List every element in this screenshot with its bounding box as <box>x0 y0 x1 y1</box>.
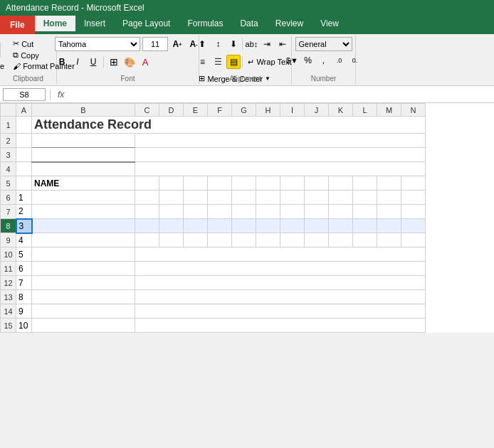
align-middle-button[interactable]: ↕ <box>211 37 225 51</box>
cell-e6[interactable] <box>184 191 208 205</box>
col-header-b[interactable]: B <box>32 104 135 117</box>
cell-k9[interactable] <box>329 233 353 247</box>
cell-c2[interactable] <box>135 134 426 148</box>
cell-a9[interactable]: 4 <box>16 233 32 247</box>
font-color-button[interactable]: A <box>138 55 152 69</box>
cell-l6[interactable] <box>353 191 377 205</box>
cell-n8[interactable] <box>401 219 426 233</box>
col-header-k[interactable]: K <box>329 104 353 117</box>
cell-d8[interactable] <box>159 219 184 233</box>
row-header-3[interactable]: 3 <box>1 148 16 162</box>
col-header-m[interactable]: M <box>377 104 401 117</box>
cell-h7[interactable] <box>256 205 280 219</box>
cell-h8[interactable] <box>256 219 280 233</box>
cell-k6[interactable] <box>329 191 353 205</box>
cell-l9[interactable] <box>353 233 377 247</box>
col-header-f[interactable]: F <box>208 104 232 117</box>
cell-n5[interactable] <box>401 176 426 191</box>
row-header-2[interactable]: 2 <box>1 134 16 148</box>
cell-a6[interactable]: 1 <box>16 191 32 205</box>
col-header-i[interactable]: I <box>280 104 305 117</box>
cell-g8[interactable] <box>232 219 256 233</box>
cell-g5[interactable] <box>232 176 256 191</box>
cell-b4[interactable] <box>32 162 135 176</box>
align-right-button[interactable]: ▤ <box>226 55 241 69</box>
cell-e7[interactable] <box>184 205 208 219</box>
cell-a1[interactable] <box>16 117 32 134</box>
cell-a11[interactable]: 6 <box>16 262 32 276</box>
cell-a5[interactable] <box>16 176 32 191</box>
col-header-c[interactable]: C <box>135 104 159 117</box>
cell-i6[interactable] <box>280 191 305 205</box>
cell-j8[interactable] <box>305 219 329 233</box>
row-header-9[interactable]: 9 <box>1 233 16 247</box>
cell-d6[interactable] <box>159 191 184 205</box>
cell-f9[interactable] <box>208 233 232 247</box>
percent-button[interactable]: % <box>301 53 315 68</box>
tab-home[interactable]: Home <box>35 16 75 31</box>
fill-color-button[interactable]: 🎨 <box>122 55 137 69</box>
row-header-14[interactable]: 14 <box>1 304 16 319</box>
cell-a4[interactable] <box>16 162 32 176</box>
cell-a15[interactable]: 10 <box>16 319 32 333</box>
cell-c4[interactable] <box>135 162 426 176</box>
cell-h6[interactable] <box>256 191 280 205</box>
cell-b14[interactable] <box>32 304 135 319</box>
cell-m5[interactable] <box>377 176 401 191</box>
font-size-input[interactable] <box>142 37 168 51</box>
cell-n7[interactable] <box>401 205 426 219</box>
cell-e8[interactable] <box>184 219 208 233</box>
cell-a12[interactable]: 7 <box>16 276 32 290</box>
cell-g9[interactable] <box>232 233 256 247</box>
cell-c15[interactable] <box>135 319 426 333</box>
cell-b13[interactable] <box>32 290 135 304</box>
cell-b7[interactable] <box>32 205 135 219</box>
cell-a14[interactable]: 9 <box>16 304 32 319</box>
row-header-11[interactable]: 11 <box>1 262 16 276</box>
tab-review[interactable]: Review <box>267 16 312 31</box>
cell-n9[interactable] <box>401 233 426 247</box>
cell-a7[interactable]: 2 <box>16 205 32 219</box>
cell-m7[interactable] <box>377 205 401 219</box>
cell-l5[interactable] <box>353 176 377 191</box>
comma-button[interactable]: , <box>317 53 331 68</box>
cell-i8[interactable] <box>280 219 305 233</box>
cell-e9[interactable] <box>184 233 208 247</box>
cell-b8[interactable] <box>32 219 135 233</box>
col-header-d[interactable]: D <box>159 104 184 117</box>
paste-button[interactable]: Paste <box>0 37 9 73</box>
tab-page-layout[interactable]: Page Layout <box>114 16 179 31</box>
row-header-6[interactable]: 6 <box>1 191 16 205</box>
cell-a2[interactable] <box>16 134 32 148</box>
cell-l8[interactable] <box>353 219 377 233</box>
col-header-e[interactable]: E <box>184 104 208 117</box>
col-header-l[interactable]: L <box>353 104 377 117</box>
cell-b9[interactable] <box>32 233 135 247</box>
cell-k8[interactable] <box>329 219 353 233</box>
cell-j6[interactable] <box>305 191 329 205</box>
number-format-select[interactable]: General <box>295 37 352 51</box>
cell-m9[interactable] <box>377 233 401 247</box>
cell-i7[interactable] <box>280 205 305 219</box>
cell-k5[interactable] <box>329 176 353 191</box>
decimal-decrease-button[interactable]: 0. <box>348 53 362 68</box>
align-center-button[interactable]: ☰ <box>211 55 225 69</box>
cell-b3[interactable] <box>32 148 135 162</box>
cell-l7[interactable] <box>353 205 377 219</box>
text-direction-button[interactable]: ab↕ <box>244 37 258 51</box>
row-header-4[interactable]: 4 <box>1 162 16 176</box>
cell-c3[interactable] <box>135 148 426 162</box>
align-left-button[interactable]: ≡ <box>195 55 209 69</box>
row-header-1[interactable]: 1 <box>1 117 16 134</box>
tab-data[interactable]: Data <box>231 16 266 31</box>
cell-i5[interactable] <box>280 176 305 191</box>
tab-view[interactable]: View <box>312 16 347 31</box>
tab-insert[interactable]: Insert <box>75 16 114 31</box>
cell-b1-title[interactable]: Attendance Record <box>32 117 426 134</box>
cell-b5[interactable]: NAME <box>32 176 135 191</box>
row-header-13[interactable]: 13 <box>1 290 16 304</box>
cell-f7[interactable] <box>208 205 232 219</box>
cell-c9[interactable] <box>135 233 159 247</box>
italic-button[interactable]: I <box>70 55 85 69</box>
cell-c10[interactable] <box>135 247 426 262</box>
